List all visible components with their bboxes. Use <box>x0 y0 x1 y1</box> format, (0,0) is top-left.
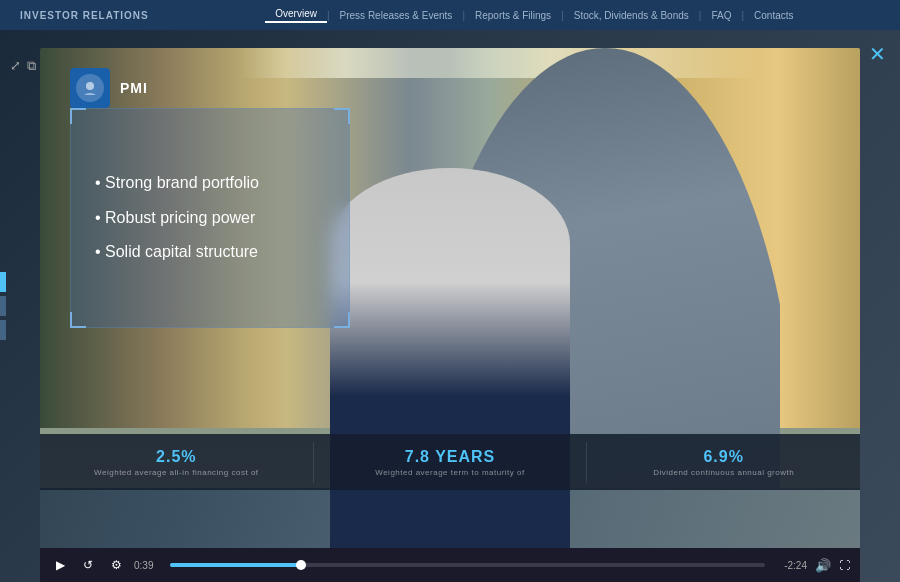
nav-overview[interactable]: Overview <box>265 8 327 23</box>
time-remaining: -2:24 <box>773 560 807 571</box>
stat-value-1: 2.5% <box>156 448 196 466</box>
corner-bracket-tl <box>70 108 86 124</box>
main-area: NYSE ✕ ⤢ ⧉ <box>0 30 900 582</box>
progress-fill <box>170 563 301 567</box>
pmi-text-label: PMI <box>120 80 148 96</box>
video-person-body <box>330 168 570 548</box>
nav-press-releases[interactable]: Press Releases & Events <box>330 10 463 21</box>
rewind-button[interactable]: ↺ <box>78 555 98 575</box>
overlay-controls: ⤢ ⧉ <box>10 58 36 74</box>
top-navigation: INVESTOR RELATIONS Overview | Press Rele… <box>0 0 900 30</box>
nav-reports[interactable]: Reports & Filings <box>465 10 561 21</box>
settings-button[interactable]: ⚙ <box>106 555 126 575</box>
stat-item-1: 2.5% Weighted average all-in financing c… <box>40 442 314 483</box>
nav-stock[interactable]: Stock, Dividends & Bonds <box>564 10 699 21</box>
stat-value-2: 7.8 YEARS <box>405 448 496 466</box>
pmi-logo-area: PMI <box>70 68 148 108</box>
volume-button[interactable]: 🔊 <box>815 558 831 573</box>
side-indicators <box>0 272 6 340</box>
resize-icon[interactable]: ⤢ <box>10 58 21 74</box>
ceiling-lights <box>240 48 760 78</box>
bullet-1: Strong brand portfolio <box>95 173 325 194</box>
side-dot-1[interactable] <box>0 272 6 292</box>
pmi-icon-box <box>70 68 110 108</box>
corner-bracket-br <box>334 312 350 328</box>
stat-item-3: 6.9% Dividend continuous annual growth <box>587 442 860 483</box>
close-button[interactable]: ✕ <box>869 44 886 64</box>
corner-bracket-bl <box>70 312 86 328</box>
corner-bracket-tr <box>334 108 350 124</box>
brand-label: INVESTOR RELATIONS <box>20 10 149 21</box>
nav-links: Overview | Press Releases & Events | Rep… <box>189 8 880 23</box>
bullet-2: Robust pricing power <box>95 208 325 229</box>
time-current: 0:39 <box>134 560 162 571</box>
video-content-area: PMI Strong brand portfolio Robust pricin… <box>40 48 860 548</box>
nav-faq[interactable]: FAQ <box>701 10 741 21</box>
progress-thumb <box>296 560 306 570</box>
stat-label-2: Weighted average term to maturity of <box>375 468 524 477</box>
stat-label-1: Weighted average all-in financing cost o… <box>94 468 258 477</box>
play-button[interactable]: ▶ <box>50 555 70 575</box>
side-dot-3[interactable] <box>0 320 6 340</box>
nav-contacts[interactable]: Contacts <box>744 10 803 21</box>
stats-bar: 2.5% Weighted average all-in financing c… <box>40 434 860 490</box>
video-info-panel: Strong brand portfolio Robust pricing po… <box>70 108 350 328</box>
bullet-3: Solid capital structure <box>95 242 325 263</box>
fullscreen-button[interactable]: ⛶ <box>839 559 850 571</box>
pmi-icon <box>76 74 104 102</box>
stat-label-3: Dividend continuous annual growth <box>653 468 794 477</box>
pip-icon[interactable]: ⧉ <box>27 58 36 74</box>
stat-value-3: 6.9% <box>703 448 743 466</box>
side-dot-2[interactable] <box>0 296 6 316</box>
video-modal: PMI Strong brand portfolio Robust pricin… <box>40 48 860 582</box>
progress-bar[interactable] <box>170 563 765 567</box>
stat-item-2: 7.8 YEARS Weighted average term to matur… <box>314 442 588 483</box>
video-controls-bar: ▶ ↺ ⚙ 0:39 -2:24 🔊 ⛶ <box>40 548 860 582</box>
svg-point-0 <box>86 82 94 90</box>
pmi-svg-icon <box>80 78 100 98</box>
